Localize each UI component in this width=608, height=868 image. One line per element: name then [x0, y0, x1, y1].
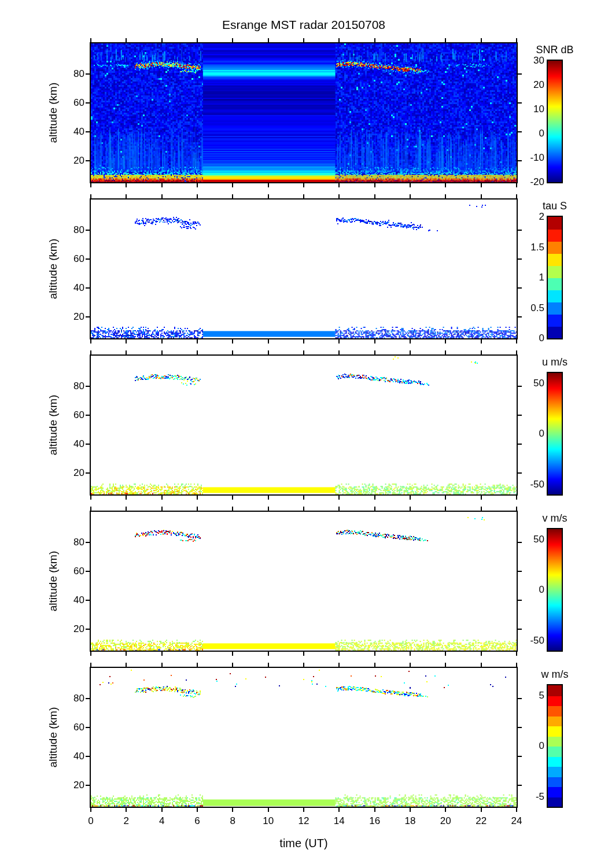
x-tick-label: 20 [433, 815, 458, 827]
colorbar-tick-label: 0 [510, 428, 544, 439]
x-tick-label: 10 [256, 815, 281, 827]
y-tick-label: 40 [60, 751, 84, 762]
colorbar-tick-label: 10 [510, 104, 544, 115]
x-tick-label: 0 [78, 815, 104, 827]
figure-title: Esrange MST radar 20150708 [91, 18, 517, 32]
y-tick-label: 60 [60, 722, 84, 733]
heatmap-panel-v [91, 512, 517, 651]
colorbar-title: SNR dB [514, 43, 595, 56]
colorbar-title: w m/s [514, 668, 595, 681]
heatmap-panel-u [91, 356, 517, 494]
colorbar-tick-label: 50 [510, 534, 544, 545]
colorbar-tick-label: 0 [510, 740, 544, 752]
x-tick-label: 12 [291, 815, 316, 827]
x-tick-label: 4 [149, 815, 175, 827]
y-tick-label: 40 [60, 594, 84, 606]
colorbar-tick-label: 2 [510, 211, 544, 223]
colorbar-title: tau S [514, 200, 595, 212]
x-tick-label: 14 [326, 815, 352, 827]
colorbar-snr [548, 61, 562, 182]
y-tick-label: 80 [60, 381, 84, 392]
y-tick-label: 20 [60, 155, 84, 167]
colorbar-title: u m/s [514, 356, 595, 368]
y-tick-label: 60 [60, 97, 84, 109]
colorbar-tick-label: 0.5 [510, 302, 544, 314]
y-axis-label: altitude (km) [47, 518, 60, 645]
colorbar-w [548, 685, 562, 807]
colorbar-tick-label: 5 [510, 690, 544, 701]
y-tick-label: 20 [60, 311, 84, 323]
y-tick-label: 40 [60, 282, 84, 294]
y-tick-label: 20 [60, 467, 84, 479]
colorbar-tick-label: -50 [510, 635, 544, 647]
heatmap-panel-w [91, 668, 517, 807]
y-tick-label: 60 [60, 409, 84, 421]
y-tick-label: 20 [60, 623, 84, 635]
y-axis-label: altitude (km) [47, 361, 60, 489]
y-tick-label: 80 [60, 537, 84, 548]
x-tick-label: 22 [469, 815, 494, 827]
colorbar-tau [548, 217, 562, 338]
radar-figure: Esrange MST radar 20150708 time (UT) 204… [0, 0, 608, 868]
y-tick-label: 80 [60, 68, 84, 80]
x-tick-label: 18 [397, 815, 423, 827]
colorbar-tick-label: 30 [510, 55, 544, 67]
colorbar-tick-label: 0 [510, 333, 544, 344]
colorbar-tick-label: 1.5 [510, 242, 544, 253]
y-tick-label: 60 [60, 566, 84, 577]
y-tick-label: 20 [60, 780, 84, 791]
x-tick-label: 24 [504, 815, 529, 827]
colorbar-tick-label: -10 [510, 152, 544, 164]
colorbar-tick-label: 50 [510, 378, 544, 389]
colorbar-u [548, 373, 562, 494]
y-axis-label: altitude (km) [47, 674, 60, 801]
x-axis-label: time (UT) [91, 837, 517, 850]
colorbar-tick-label: 1 [510, 272, 544, 283]
y-tick-label: 40 [60, 438, 84, 450]
colorbar-tick-label: 0 [510, 584, 544, 596]
x-tick-label: 8 [220, 815, 245, 827]
y-tick-label: 80 [60, 693, 84, 704]
colorbar-tick-label: -50 [510, 479, 544, 490]
x-tick-label: 16 [362, 815, 388, 827]
heatmap-panel-snr [91, 43, 517, 182]
colorbar-tick-label: -20 [510, 176, 544, 188]
x-tick-label: 2 [113, 815, 139, 827]
y-axis-label: altitude (km) [47, 49, 60, 176]
y-tick-label: 40 [60, 126, 84, 138]
colorbar-tick-label: 0 [510, 128, 544, 139]
colorbar-tick-label: 20 [510, 79, 544, 91]
y-tick-label: 80 [60, 224, 84, 236]
x-tick-label: 6 [185, 815, 210, 827]
y-tick-label: 60 [60, 253, 84, 265]
colorbar-tick-label: -5 [510, 791, 544, 803]
colorbar-v [548, 529, 562, 651]
colorbar-title: v m/s [514, 512, 595, 525]
y-axis-label: altitude (km) [47, 205, 60, 333]
heatmap-panel-tau [91, 200, 517, 338]
